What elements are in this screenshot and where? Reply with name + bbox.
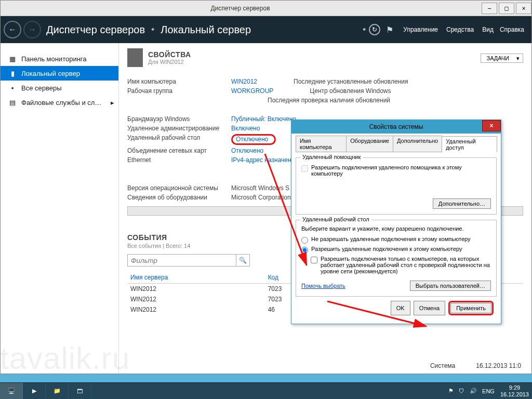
taskbar-explorer[interactable]: 📁 <box>46 383 69 399</box>
prop-last-check-label: Последняя проверка наличия обновлений <box>231 97 390 104</box>
chevron-right-icon: ▸ <box>111 99 114 107</box>
flag-icon[interactable]: ⚑ <box>383 23 396 36</box>
titlebar: Диспетчер серверов − □ × <box>1 1 531 16</box>
rd-nla-checkbox[interactable]: Разрешить подключения только с компьютер… <box>311 256 491 274</box>
menu-manage[interactable]: Управление <box>403 26 438 33</box>
tab-hardware[interactable]: Оборудование <box>346 136 393 152</box>
refresh-icon[interactable]: ↻ <box>369 24 380 35</box>
window-maximize-button[interactable]: □ <box>499 3 514 14</box>
rdp-value-highlight: Отключено <box>231 134 276 145</box>
extra-system-label: Система <box>430 362 455 369</box>
properties-subhead: Для WIN2012 <box>148 59 191 65</box>
cancel-button[interactable]: Отмена <box>414 301 445 315</box>
tab-computer-name[interactable]: Имя компьютера <box>296 136 347 152</box>
apply-highlight: Применить <box>448 301 494 315</box>
prop-os-value: Microsoft Windows S <box>231 184 289 192</box>
prop-firewall-label: Брандмауэр Windows <box>127 115 231 123</box>
rd-help-link[interactable]: Помочь выбрать <box>301 283 345 289</box>
dialog-title: Свойства системы <box>369 123 423 130</box>
sidebar-item-all-servers[interactable]: ▪ Все серверы <box>1 81 118 95</box>
sidebar-item-local-server[interactable]: ▮ Локальный сервер <box>1 66 118 81</box>
dialog-tabs: Имя компьютера Оборудование Дополнительн… <box>296 136 497 152</box>
sidebar-item-label: Панель мониторинга <box>21 55 87 63</box>
prop-remote-admin-label: Удаленное администрирование <box>127 125 231 132</box>
tray-lang[interactable]: ENG <box>482 388 495 394</box>
taskbar-clock[interactable]: 9:29 16.12.2013 <box>500 384 529 397</box>
dashboard-icon: ▦ <box>8 54 17 63</box>
remote-assistance-group: Удаленный помощник Разрешить подключения… <box>296 157 497 215</box>
prop-computer-name-value[interactable]: WIN2012 <box>231 78 257 85</box>
server-icon: ▮ <box>8 69 17 78</box>
prop-os-label: Версия операционной системы <box>127 184 231 192</box>
rd-option-allow[interactable]: Разрешить удаленные подключения к этому … <box>301 246 491 254</box>
rd-legend: Удаленный рабочий стол <box>300 216 371 222</box>
dialog-titlebar[interactable]: Свойства системы × <box>291 120 501 134</box>
menu-tools[interactable]: Средства <box>446 26 474 33</box>
dialog-close-button[interactable]: × <box>482 120 501 131</box>
select-users-button[interactable]: Выбрать пользователей… <box>410 281 491 291</box>
apply-button[interactable]: Применить <box>450 303 491 313</box>
window-minimize-button[interactable]: − <box>482 3 497 14</box>
menu-view[interactable]: Вид <box>482 26 494 33</box>
prop-last-updates-label: Последние установленные обновления <box>257 78 408 85</box>
remote-desktop-group: Удаленный рабочий стол Выберите вариант … <box>296 220 497 297</box>
taskbar-app[interactable]: 🗔 <box>69 383 91 399</box>
tab-remote-access[interactable]: Удаленный доступ <box>442 136 497 152</box>
prop-workgroup-value[interactable]: WORKGROUP <box>231 87 273 95</box>
prop-rdp-label: Удаленный рабочий стол <box>127 134 231 145</box>
prop-rdp-value[interactable]: Отключено <box>231 134 276 145</box>
events-filter-input[interactable] <box>127 254 236 267</box>
breadcrumb-root[interactable]: Диспетчер серверов <box>46 24 145 36</box>
taskbar: 🖥️ ▶ 📁 🗔 ⚑ ⛉ 🔊 ENG 9:29 16.12.2013 <box>0 382 532 399</box>
events-filter-search-button[interactable]: 🔍 <box>236 254 250 267</box>
title-text: Диспетчер серверов <box>1 5 480 12</box>
servers-icon: ▪ <box>8 83 17 92</box>
sidebar-item-file-services[interactable]: ▤ Файловые службы и сл… ▸ <box>1 95 118 110</box>
extra-timestamp: 16.12.2013 11:0 <box>476 362 521 369</box>
tray-network-icon[interactable]: ⛉ <box>459 388 464 394</box>
breadcrumb-page: Локальный сервер <box>161 24 251 36</box>
ok-button[interactable]: OK <box>391 301 410 315</box>
window-close-button[interactable]: × <box>516 3 531 14</box>
prop-workgroup-label: Рабочая группа <box>127 87 231 95</box>
prop-hw-label: Сведения об оборудовании <box>127 194 231 201</box>
breadcrumb-sep: • <box>151 24 154 35</box>
properties-heading: СВОЙСТВА <box>148 50 191 59</box>
tray-sound-icon[interactable]: 🔊 <box>470 388 477 394</box>
taskbar-powershell[interactable]: ▶ <box>23 383 46 399</box>
sidebar: ▦ Панель мониторинга ▮ Локальный сервер … <box>1 43 119 374</box>
sidebar-item-label: Локальный сервер <box>21 70 80 77</box>
nav-forward-button[interactable]: → <box>23 21 41 38</box>
sidebar-item-label: Файловые службы и сл… <box>21 99 101 107</box>
dialog-footer: OK Отмена Применить <box>296 297 497 320</box>
rd-hint: Выберите вариант и укажите, кому разреше… <box>301 225 491 232</box>
nav-back-button[interactable]: ← <box>4 21 21 38</box>
properties-header: СВОЙСТВА Для WIN2012 <box>127 48 523 67</box>
prop-computer-name-label: Имя компьютера <box>127 78 231 85</box>
tasks-dropdown[interactable]: ЗАДАЧИ <box>481 54 523 63</box>
prop-ethernet-label: Ethernet <box>127 156 231 164</box>
taskbar-server-manager[interactable]: 🖥️ <box>0 383 23 399</box>
prop-remote-admin-value[interactable]: Включено <box>231 125 260 132</box>
ra-allow-checkbox[interactable]: Разрешить подключения удаленного помощни… <box>301 164 491 177</box>
sidebar-item-dashboard[interactable]: ▦ Панель мониторинга <box>1 51 118 66</box>
prop-hw-value: Microsoft Corporation <box>231 194 291 201</box>
file-services-icon: ▤ <box>8 98 17 107</box>
prop-ethernet-value[interactable]: IPv4-адрес назначен <box>231 156 291 164</box>
search-icon: 🔍 <box>239 257 247 264</box>
tray-flag-icon[interactable]: ⚑ <box>448 388 454 394</box>
prop-update-center-label: Центр обновления Windows <box>273 87 391 95</box>
prop-firewall-value[interactable]: Публичный: Включено <box>231 115 296 123</box>
header: ← → Диспетчер серверов • Локальный серве… <box>1 16 531 43</box>
server-tile-icon <box>127 48 143 67</box>
system-properties-dialog: Свойства системы × Имя компьютера Оборуд… <box>291 119 501 324</box>
menu-help[interactable]: Справка <box>500 26 524 33</box>
sidebar-item-label: Все серверы <box>21 84 62 92</box>
prop-nic-team-label: Объединение сетевых карт <box>127 147 231 154</box>
ra-advanced-button[interactable]: Дополнительно… <box>433 198 491 209</box>
ra-legend: Удаленный помощник <box>300 154 363 160</box>
prop-nic-team-value[interactable]: Отключено <box>231 147 263 154</box>
col-server[interactable]: Имя сервера <box>127 272 265 284</box>
rd-option-deny[interactable]: Не разрешать удаленные подключения к это… <box>301 236 491 244</box>
tab-advanced[interactable]: Дополнительно <box>393 136 442 152</box>
